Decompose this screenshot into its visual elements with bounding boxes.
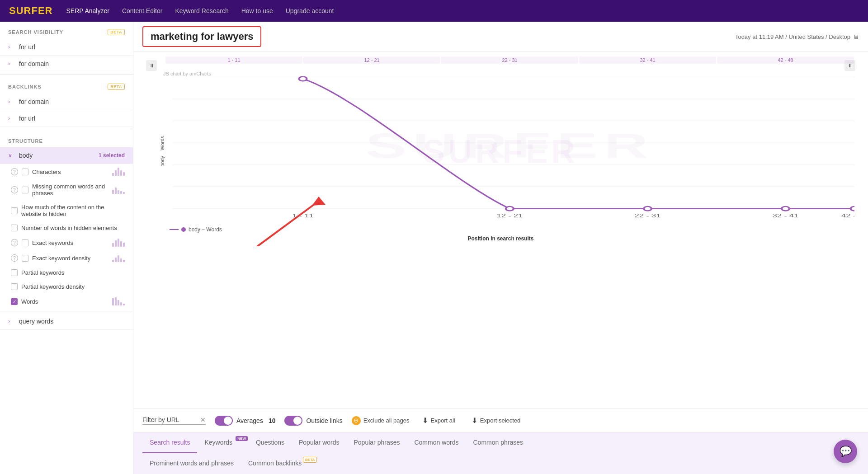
missing-words-label: Missing common words and phrases — [32, 183, 108, 197]
exclude-label: Exclude all pages — [363, 417, 410, 424]
tab-search-results[interactable]: Search results — [142, 432, 197, 453]
tab-common-words[interactable]: Common words — [407, 432, 466, 453]
words-chart — [112, 297, 125, 305]
hidden-words-checkbox[interactable] — [11, 225, 18, 231]
partial-density-label: Partial keywords density — [21, 283, 125, 290]
cb-missing-words[interactable]: ? Missing common words and phrases — [0, 179, 133, 200]
legend-dot — [181, 227, 186, 232]
tab-keywords[interactable]: Keywords NEW — [197, 432, 248, 453]
partial-keywords-checkbox[interactable] — [11, 269, 18, 276]
filter-url-input[interactable] — [142, 416, 197, 423]
cb-characters[interactable]: ? Characters — [0, 164, 133, 179]
query-words-label: query words — [19, 318, 125, 325]
sv-for-url-label: for url — [19, 43, 125, 51]
structure-query-words[interactable]: › query words — [0, 313, 133, 330]
nav-serp-analyzer[interactable]: SERP Analyzer — [66, 7, 109, 14]
bl-for-domain[interactable]: › for domain — [0, 94, 133, 110]
export-selected-label: Export selected — [480, 417, 521, 424]
pause-button-left[interactable]: ⏸ — [146, 60, 157, 71]
tab-popular-phrases[interactable]: Popular phrases — [347, 432, 407, 453]
nav-keyword-research[interactable]: Keyword Research — [175, 7, 228, 14]
cb-exact-density[interactable]: ? Exact keyword density — [0, 250, 133, 266]
chevron-down-icon: ∨ — [8, 152, 14, 159]
averages-toggle: Averages 10 — [215, 416, 275, 426]
partial-density-checkbox[interactable] — [11, 283, 18, 290]
chart-svg: 3,000 2,500 2,000 1,500 1,000 500 0 — [165, 70, 854, 219]
svg-text:42 - 48: 42 - 48 — [841, 213, 854, 218]
nav-content-editor[interactable]: Content Editor — [122, 7, 163, 14]
tab-popular-words[interactable]: Popular words — [292, 432, 347, 453]
meta-text: Today at 11:19 AM / United States / Desk… — [735, 33, 850, 40]
cb-exact-keywords[interactable]: ? Exact keywords — [0, 235, 133, 250]
sv-for-url[interactable]: › for url — [0, 39, 133, 56]
export-all-button[interactable]: ⬇ Export all — [419, 414, 459, 427]
characters-checkbox[interactable] — [22, 169, 28, 175]
nav-how-to-use[interactable]: How to use — [241, 7, 273, 14]
missing-words-checkbox[interactable] — [22, 187, 28, 193]
chart-toolbar: ✕ Averages 10 Outside links ⊖ Exclude al… — [133, 408, 868, 432]
tab-search-results-label: Search results — [150, 439, 190, 446]
outside-links-label: Outside links — [306, 417, 342, 424]
help-icon[interactable]: ? — [11, 254, 18, 262]
export-selected-button[interactable]: ⬇ Export selected — [468, 414, 524, 427]
download-icon: ⬇ — [422, 416, 428, 425]
y-axis-label: body – Words — [160, 136, 165, 167]
chevron-right-icon: › — [8, 44, 14, 50]
backlinks-section: BACKLINKS BETA — [0, 76, 133, 94]
svg-text:SURFER: SURFER — [365, 126, 654, 165]
cb-partial-density[interactable]: Partial keywords density — [0, 280, 133, 294]
logo: SURFER — [9, 5, 52, 17]
nav-upgrade-account[interactable]: Upgrade account — [286, 7, 334, 14]
cb-words[interactable]: Words — [0, 294, 133, 309]
chart-svg-area: 3,000 2,500 2,000 1,500 1,000 500 0 — [165, 70, 854, 219]
range-label-5: 42 - 48 — [717, 56, 854, 64]
chevron-right-icon: › — [8, 115, 14, 122]
main-layout: SEARCH VISIBILITY BETA › for url › for d… — [0, 22, 868, 474]
structure-section: STRUCTURE — [0, 131, 133, 147]
hidden-content-checkbox[interactable] — [11, 207, 18, 214]
exclude-all-button[interactable]: ⊖ Exclude all pages — [352, 416, 410, 425]
chat-button[interactable]: 💬 — [834, 440, 857, 463]
tab-common-backlinks-label: Common backlinks — [248, 460, 302, 467]
svg-point-14 — [299, 77, 307, 81]
chart-legend: body – Words — [170, 226, 222, 233]
cb-partial-keywords[interactable]: Partial keywords — [0, 266, 133, 280]
tabs-row: Search results Keywords NEW Questions Po… — [133, 432, 868, 474]
sv-for-domain[interactable]: › for domain — [0, 56, 133, 72]
tab-prominent-words[interactable]: Prominent words and phrases — [142, 453, 241, 474]
desktop-icon: 🖥 — [853, 33, 859, 40]
outside-links-toggle: Outside links — [284, 416, 342, 426]
help-icon[interactable]: ? — [11, 239, 18, 246]
svg-text:1 - 11: 1 - 11 — [292, 213, 314, 218]
outside-links-switch[interactable] — [284, 416, 302, 426]
cb-hidden-content[interactable]: How much of the content on the website i… — [0, 200, 133, 221]
chart-credit: JS chart by amCharts — [163, 71, 211, 76]
legend-text: body – Words — [189, 226, 222, 233]
divider — [0, 129, 133, 129]
exact-keywords-checkbox[interactable] — [22, 239, 28, 246]
words-label: Words — [21, 298, 108, 305]
backlinks-beta: BETA — [108, 84, 125, 90]
words-checkbox[interactable] — [11, 298, 18, 305]
svg-point-17 — [782, 206, 789, 211]
cb-hidden-words[interactable]: Number of words in hidden elements — [0, 221, 133, 235]
chat-icon: 💬 — [840, 446, 852, 457]
structure-body[interactable]: ∨ body 1 selected — [0, 147, 133, 164]
tab-questions[interactable]: Questions — [249, 432, 292, 453]
structure-label: STRUCTURE — [8, 138, 43, 144]
exclude-icon: ⊖ — [352, 416, 361, 425]
tab-questions-label: Questions — [256, 439, 284, 446]
tab-common-phrases[interactable]: Common phrases — [466, 432, 530, 453]
exact-density-checkbox[interactable] — [22, 255, 28, 262]
help-icon[interactable]: ? — [11, 186, 18, 193]
tab-common-backlinks[interactable]: Common backlinks BETA — [241, 453, 318, 474]
help-icon[interactable]: ? — [11, 168, 18, 175]
filter-clear-button[interactable]: ✕ — [200, 416, 206, 423]
svg-text:32 - 41: 32 - 41 — [773, 213, 799, 218]
tab-prominent-label: Prominent words and phrases — [150, 460, 234, 467]
bl-for-url[interactable]: › for url — [0, 110, 133, 127]
range-label-4: 32 - 41 — [579, 56, 716, 64]
averages-switch[interactable] — [215, 416, 233, 426]
body-selected-count: 1 selected — [99, 152, 125, 159]
top-navigation: SURFER SERP Analyzer Content Editor Keyw… — [0, 0, 868, 22]
